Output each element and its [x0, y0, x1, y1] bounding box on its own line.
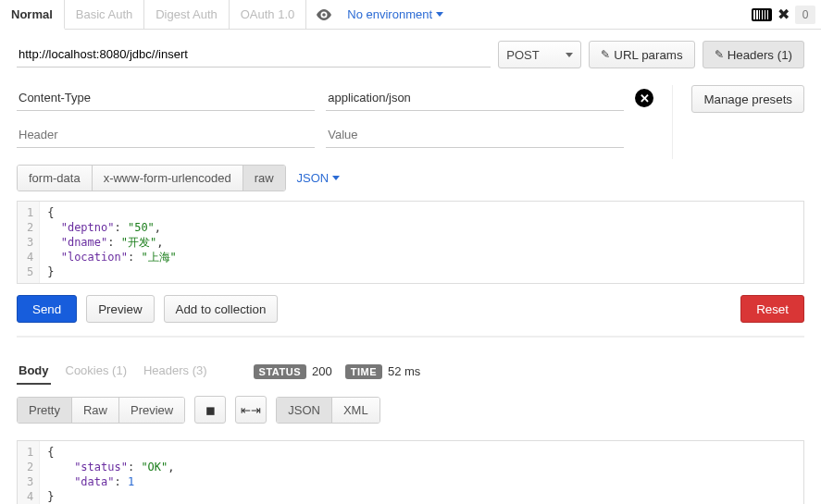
- headers-button[interactable]: ✎ Headers (1): [703, 41, 804, 68]
- svg-point-0: [322, 13, 326, 17]
- status-label: STATUS: [254, 364, 306, 379]
- header-key-input[interactable]: [17, 122, 315, 148]
- headers-button-label: Headers (1): [728, 48, 792, 62]
- response-format-xml[interactable]: XML: [332, 398, 379, 423]
- url-row: POST ✎ URL params ✎ Headers (1): [17, 41, 804, 68]
- edit-icon: ✎: [601, 48, 610, 61]
- time-value: 52 ms: [388, 364, 420, 378]
- environment-select[interactable]: No environment: [342, 0, 449, 29]
- header-value-input[interactable]: [326, 122, 624, 148]
- line-gutter: 1234: [18, 441, 40, 504]
- response-body-section: 1234 { "status": "OK", "data": 1 }: [0, 424, 821, 504]
- keyboard-icon[interactable]: [752, 8, 772, 21]
- history-counter[interactable]: 0: [795, 6, 815, 24]
- response-body-code: { "status": "OK", "data": 1 }: [40, 441, 181, 504]
- headers-list: ✕: [17, 85, 653, 159]
- top-bar: Normal Basic Auth Digest Auth OAuth 1.0 …: [0, 0, 821, 30]
- preview-button[interactable]: Preview: [86, 295, 154, 323]
- time-label: TIME: [345, 364, 382, 379]
- request-section: POST ✎ URL params ✎ Headers (1) ✕ M: [0, 30, 821, 349]
- response-view-pretty[interactable]: Pretty: [18, 398, 72, 423]
- edit-icon: ✎: [715, 48, 724, 61]
- caret-down-icon: [332, 176, 340, 180]
- auth-tabs: Normal Basic Auth Digest Auth OAuth 1.0: [0, 0, 306, 29]
- reset-button[interactable]: Reset: [740, 295, 804, 323]
- send-button[interactable]: Send: [17, 295, 77, 323]
- body-type-raw[interactable]: raw: [243, 166, 285, 191]
- auth-tab-digest[interactable]: Digest Auth: [144, 0, 230, 29]
- caret-down-icon: [436, 12, 443, 17]
- header-key-input[interactable]: [17, 85, 315, 111]
- raw-type-select[interactable]: JSON: [297, 171, 341, 185]
- topbar-right: ✖ 0: [752, 0, 821, 29]
- raw-type-label: JSON: [297, 171, 330, 185]
- caret-down-icon: [566, 53, 573, 57]
- preview-eye-icon[interactable]: [306, 0, 342, 29]
- copy-icon[interactable]: ◼: [194, 396, 226, 424]
- auth-tab-normal[interactable]: Normal: [0, 0, 65, 30]
- auth-tab-basic[interactable]: Basic Auth: [65, 0, 144, 29]
- header-value-input[interactable]: [326, 85, 624, 111]
- time-indicator: TIME 52 ms: [345, 364, 421, 379]
- response-format-group: JSON XML: [276, 397, 379, 424]
- request-body-editor[interactable]: 12345 { "deptno": "50", "dname": "开发", "…: [17, 201, 804, 284]
- response-body-viewer[interactable]: 1234 { "status": "OK", "data": 1 }: [17, 440, 804, 504]
- response-tab-body[interactable]: Body: [17, 358, 51, 385]
- url-params-button[interactable]: ✎ URL params: [589, 41, 694, 68]
- response-tabs: Body Cookies (1) Headers (3) STATUS 200 …: [0, 349, 821, 385]
- wrap-lines-icon[interactable]: ⇤⇥: [235, 396, 267, 424]
- header-row: [17, 122, 653, 148]
- status-indicator: STATUS 200: [254, 364, 332, 379]
- response-view-group: Pretty Raw Preview: [17, 397, 185, 424]
- response-toolbar: Pretty Raw Preview ◼ ⇤⇥ JSON XML: [0, 385, 821, 424]
- response-format-json[interactable]: JSON: [277, 398, 332, 423]
- auth-tab-oauth[interactable]: OAuth 1.0: [230, 0, 307, 29]
- remove-header-icon[interactable]: ✕: [635, 89, 653, 107]
- response-view-preview[interactable]: Preview: [119, 398, 184, 423]
- add-to-collection-button[interactable]: Add to collection: [164, 295, 279, 323]
- action-row: Send Preview Add to collection Reset: [17, 295, 804, 338]
- response-view-raw[interactable]: Raw: [72, 398, 119, 423]
- response-tab-cookies[interactable]: Cookies (1): [64, 358, 129, 385]
- headers-area: ✕ Manage presets: [17, 85, 804, 159]
- body-type-row: form-data x-www-form-urlencoded raw JSON: [17, 165, 804, 191]
- body-type-urlencoded[interactable]: x-www-form-urlencoded: [93, 166, 243, 191]
- body-type-group: form-data x-www-form-urlencoded raw: [17, 165, 286, 191]
- request-body-code: { "deptno": "50", "dname": "开发", "locati…: [40, 202, 184, 283]
- settings-wrench-icon[interactable]: ✖: [777, 6, 790, 23]
- method-select[interactable]: POST: [498, 41, 581, 68]
- url-params-label: URL params: [614, 48, 682, 62]
- method-label: POST: [506, 48, 539, 62]
- response-tab-headers[interactable]: Headers (3): [142, 358, 209, 385]
- url-input[interactable]: [17, 42, 491, 68]
- status-code: 200: [312, 364, 332, 378]
- header-row: ✕: [17, 85, 653, 111]
- manage-presets-button[interactable]: Manage presets: [691, 85, 804, 113]
- body-type-form-data[interactable]: form-data: [18, 166, 93, 191]
- line-gutter: 12345: [18, 202, 40, 283]
- environment-label: No environment: [347, 7, 432, 21]
- presets-area: Manage presets: [672, 85, 804, 159]
